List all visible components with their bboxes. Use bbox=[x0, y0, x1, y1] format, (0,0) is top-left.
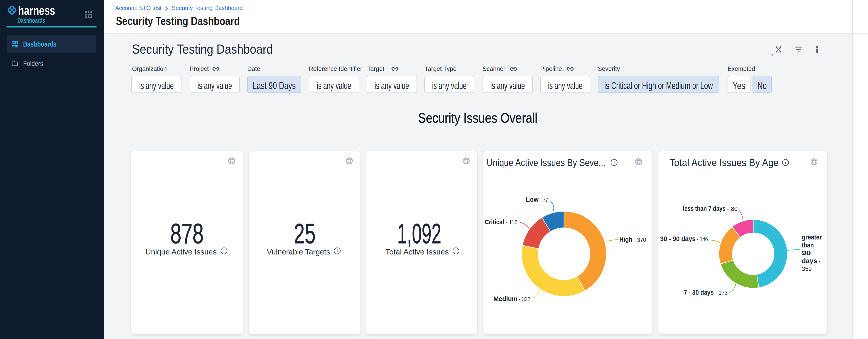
svg-text:Medium - 322: Medium - 322 bbox=[493, 295, 530, 303]
svg-text:Target: Target bbox=[367, 65, 384, 72]
svg-text:Organization: Organization bbox=[132, 65, 167, 72]
svg-text:Pipeline: Pipeline bbox=[540, 65, 562, 72]
svg-text:Scanner: Scanner bbox=[483, 65, 505, 72]
svg-text:30 - 90 days - 146: 30 - 90 days - 146 bbox=[660, 235, 708, 243]
svg-text:No: No bbox=[757, 80, 767, 91]
svg-text:Severity: Severity bbox=[598, 65, 620, 72]
svg-text:is any value: is any value bbox=[375, 80, 409, 91]
svg-text:Exempted: Exempted bbox=[727, 65, 755, 72]
svg-text:Unique Active Issues By Seve..: Unique Active Issues By Seve... bbox=[487, 157, 606, 168]
svg-text:Total Active Issues By Age: Total Active Issues By Age bbox=[670, 157, 779, 168]
svg-text:Last 90 Days: Last 90 Days bbox=[253, 80, 296, 91]
svg-text:Date: Date bbox=[247, 65, 260, 72]
svg-text:Low - 77: Low - 77 bbox=[526, 196, 548, 203]
svg-text:7 - 30 days - 173: 7 - 30 days - 173 bbox=[684, 288, 727, 296]
svg-text:is any value: is any value bbox=[197, 80, 232, 91]
svg-text:is any value: is any value bbox=[491, 80, 525, 91]
svg-text:Unique Active Issues: Unique Active Issues bbox=[146, 248, 217, 256]
svg-text:Security Testing Dashboard: Security Testing Dashboard bbox=[132, 42, 273, 56]
svg-text:Critical - 116: Critical - 116 bbox=[485, 218, 518, 226]
svg-text:90: 90 bbox=[802, 249, 811, 256]
svg-text:less than 7 days - 80: less than 7 days - 80 bbox=[683, 205, 738, 212]
svg-text:Security Testing Dashboard: Security Testing Dashboard bbox=[172, 4, 243, 11]
svg-text:Reference Identifier: Reference Identifier bbox=[309, 65, 362, 72]
svg-text:is any value: is any value bbox=[139, 80, 174, 91]
svg-text:Target Type: Target Type bbox=[425, 65, 457, 72]
svg-text:Security Issues Overall: Security Issues Overall bbox=[418, 110, 537, 125]
svg-text:359: 359 bbox=[802, 265, 812, 272]
svg-text:Total Active Issues: Total Active Issues bbox=[385, 248, 449, 256]
svg-text:High - 370: High - 370 bbox=[619, 236, 646, 243]
svg-text:878: 878 bbox=[170, 218, 204, 249]
svg-text:is any value: is any value bbox=[432, 80, 467, 91]
svg-text:1,092: 1,092 bbox=[397, 218, 441, 249]
svg-text:days -: days - bbox=[802, 257, 820, 264]
svg-text:than: than bbox=[802, 241, 814, 249]
svg-text:Security Testing Dashboard: Security Testing Dashboard bbox=[116, 15, 240, 28]
svg-text:is any value: is any value bbox=[548, 80, 583, 91]
svg-text:Vulnerable Targets: Vulnerable Targets bbox=[267, 248, 330, 256]
svg-text:greater: greater bbox=[802, 233, 822, 241]
svg-text:Yes: Yes bbox=[733, 80, 745, 91]
svg-text:25: 25 bbox=[294, 218, 316, 249]
svg-text:Project: Project bbox=[190, 65, 209, 72]
svg-text:is Critical or High or Medium: is Critical or High or Medium or Low bbox=[604, 80, 713, 91]
svg-text:is any value: is any value bbox=[317, 80, 351, 91]
svg-text:Account: STO test: Account: STO test bbox=[115, 4, 162, 11]
